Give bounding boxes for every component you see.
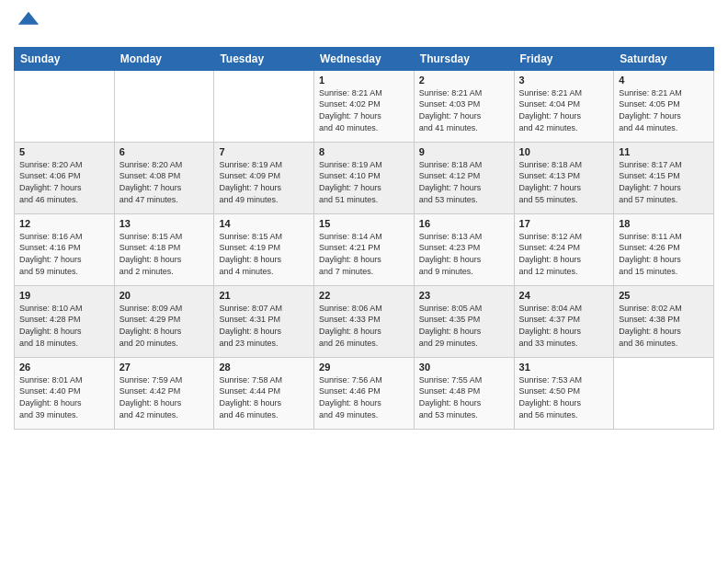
day-info: Sunrise: 8:02 AMSunset: 4:38 PMDaylight:… [619, 303, 709, 349]
calendar-cell: 1Sunrise: 8:21 AMSunset: 4:02 PMDaylight… [314, 70, 415, 142]
logo [14, 9, 41, 40]
calendar-cell: 17Sunrise: 8:12 AMSunset: 4:24 PMDayligh… [514, 213, 614, 285]
calendar-cell [114, 70, 214, 142]
day-number: 22 [319, 290, 409, 301]
calendar-cell: 22Sunrise: 8:06 AMSunset: 4:33 PMDayligh… [314, 285, 415, 357]
calendar-cell: 13Sunrise: 8:15 AMSunset: 4:18 PMDayligh… [114, 213, 214, 285]
calendar-cell: 16Sunrise: 8:13 AMSunset: 4:23 PMDayligh… [414, 213, 514, 285]
day-number: 15 [319, 218, 409, 229]
day-number: 9 [419, 146, 509, 157]
calendar-week-4: 19Sunrise: 8:10 AMSunset: 4:28 PMDayligh… [15, 285, 714, 357]
day-info: Sunrise: 8:07 AMSunset: 4:31 PMDaylight:… [219, 303, 309, 349]
day-info: Sunrise: 8:04 AMSunset: 4:37 PMDaylight:… [519, 303, 609, 349]
calendar-header-row: SundayMondayTuesdayWednesdayThursdayFrid… [15, 47, 714, 70]
calendar-header-monday: Monday [114, 47, 214, 70]
calendar-cell: 4Sunrise: 8:21 AMSunset: 4:05 PMDaylight… [614, 70, 714, 142]
calendar-cell: 31Sunrise: 7:53 AMSunset: 4:50 PMDayligh… [514, 357, 614, 429]
calendar-cell: 27Sunrise: 7:59 AMSunset: 4:42 PMDayligh… [114, 357, 214, 429]
day-number: 25 [619, 290, 709, 301]
day-info: Sunrise: 7:53 AMSunset: 4:50 PMDaylight:… [519, 374, 609, 420]
day-number: 19 [19, 290, 109, 301]
calendar-header-saturday: Saturday [614, 47, 714, 70]
day-info: Sunrise: 8:14 AMSunset: 4:21 PMDaylight:… [319, 231, 409, 277]
day-info: Sunrise: 7:55 AMSunset: 4:48 PMDaylight:… [419, 374, 509, 420]
calendar-cell: 10Sunrise: 8:18 AMSunset: 4:13 PMDayligh… [514, 142, 614, 213]
day-info: Sunrise: 8:10 AMSunset: 4:28 PMDaylight:… [19, 303, 109, 349]
day-number: 1 [319, 75, 409, 86]
calendar-cell: 28Sunrise: 7:58 AMSunset: 4:44 PMDayligh… [214, 357, 314, 429]
day-number: 17 [519, 218, 609, 229]
calendar-header-wednesday: Wednesday [314, 47, 415, 70]
day-number: 3 [519, 75, 609, 86]
day-number: 23 [419, 290, 509, 301]
day-info: Sunrise: 8:15 AMSunset: 4:19 PMDaylight:… [219, 231, 309, 277]
day-info: Sunrise: 8:18 AMSunset: 4:12 PMDaylight:… [419, 159, 509, 205]
main-container: SundayMondayTuesdayWednesdayThursdayFrid… [0, 0, 728, 434]
calendar-cell: 25Sunrise: 8:02 AMSunset: 4:38 PMDayligh… [614, 285, 714, 357]
calendar-cell: 11Sunrise: 8:17 AMSunset: 4:15 PMDayligh… [614, 142, 714, 213]
calendar-cell: 8Sunrise: 8:19 AMSunset: 4:10 PMDaylight… [314, 142, 415, 213]
calendar-week-2: 5Sunrise: 8:20 AMSunset: 4:06 PMDaylight… [15, 142, 714, 213]
calendar-cell: 12Sunrise: 8:16 AMSunset: 4:16 PMDayligh… [15, 213, 115, 285]
calendar-cell: 2Sunrise: 8:21 AMSunset: 4:03 PMDaylight… [414, 70, 514, 142]
calendar-cell: 15Sunrise: 8:14 AMSunset: 4:21 PMDayligh… [314, 213, 415, 285]
calendar-cell: 3Sunrise: 8:21 AMSunset: 4:04 PMDaylight… [514, 70, 614, 142]
day-number: 5 [19, 146, 109, 157]
day-info: Sunrise: 8:19 AMSunset: 4:09 PMDaylight:… [219, 159, 309, 205]
day-number: 7 [219, 146, 309, 157]
day-number: 14 [219, 218, 309, 229]
calendar-header-friday: Friday [514, 47, 614, 70]
calendar-cell: 6Sunrise: 8:20 AMSunset: 4:08 PMDaylight… [114, 142, 214, 213]
day-number: 12 [19, 218, 109, 229]
calendar-cell: 5Sunrise: 8:20 AMSunset: 4:06 PMDaylight… [15, 142, 115, 213]
calendar-cell [15, 70, 115, 142]
day-info: Sunrise: 8:06 AMSunset: 4:33 PMDaylight:… [319, 303, 409, 349]
calendar-header-thursday: Thursday [414, 47, 514, 70]
day-number: 2 [419, 75, 509, 86]
day-number: 21 [219, 290, 309, 301]
calendar-week-1: 1Sunrise: 8:21 AMSunset: 4:02 PMDaylight… [15, 70, 714, 142]
day-number: 30 [419, 362, 509, 373]
day-number: 24 [519, 290, 609, 301]
day-info: Sunrise: 8:21 AMSunset: 4:04 PMDaylight:… [519, 87, 609, 133]
day-number: 8 [319, 146, 409, 157]
day-info: Sunrise: 8:15 AMSunset: 4:18 PMDaylight:… [119, 231, 210, 277]
day-info: Sunrise: 8:11 AMSunset: 4:26 PMDaylight:… [619, 231, 709, 277]
day-number: 4 [619, 75, 709, 86]
calendar-cell: 26Sunrise: 8:01 AMSunset: 4:40 PMDayligh… [15, 357, 115, 429]
day-info: Sunrise: 8:13 AMSunset: 4:23 PMDaylight:… [419, 231, 509, 277]
day-number: 29 [319, 362, 409, 373]
calendar-cell: 20Sunrise: 8:09 AMSunset: 4:29 PMDayligh… [114, 285, 214, 357]
day-number: 10 [519, 146, 609, 157]
calendar-cell [614, 357, 714, 429]
day-number: 18 [619, 218, 709, 229]
day-info: Sunrise: 8:18 AMSunset: 4:13 PMDaylight:… [519, 159, 609, 205]
day-number: 26 [19, 362, 109, 373]
calendar-cell: 23Sunrise: 8:05 AMSunset: 4:35 PMDayligh… [414, 285, 514, 357]
calendar-week-5: 26Sunrise: 8:01 AMSunset: 4:40 PMDayligh… [15, 357, 714, 429]
calendar: SundayMondayTuesdayWednesdayThursdayFrid… [14, 47, 714, 430]
calendar-header-tuesday: Tuesday [214, 47, 314, 70]
calendar-cell: 21Sunrise: 8:07 AMSunset: 4:31 PMDayligh… [214, 285, 314, 357]
day-number: 13 [119, 218, 210, 229]
day-info: Sunrise: 8:01 AMSunset: 4:40 PMDaylight:… [19, 374, 109, 420]
day-number: 6 [119, 146, 210, 157]
day-number: 28 [219, 362, 309, 373]
day-info: Sunrise: 7:59 AMSunset: 4:42 PMDaylight:… [119, 374, 210, 420]
day-number: 31 [519, 362, 609, 373]
calendar-cell: 30Sunrise: 7:55 AMSunset: 4:48 PMDayligh… [414, 357, 514, 429]
day-info: Sunrise: 8:12 AMSunset: 4:24 PMDaylight:… [519, 231, 609, 277]
day-number: 20 [119, 290, 210, 301]
logo-icon [16, 9, 41, 35]
day-info: Sunrise: 8:09 AMSunset: 4:29 PMDaylight:… [119, 303, 210, 349]
day-number: 11 [619, 146, 709, 157]
calendar-cell: 7Sunrise: 8:19 AMSunset: 4:09 PMDaylight… [214, 142, 314, 213]
day-info: Sunrise: 7:58 AMSunset: 4:44 PMDaylight:… [219, 374, 309, 420]
day-number: 27 [119, 362, 210, 373]
calendar-header-sunday: Sunday [15, 47, 115, 70]
calendar-cell: 24Sunrise: 8:04 AMSunset: 4:37 PMDayligh… [514, 285, 614, 357]
day-info: Sunrise: 8:19 AMSunset: 4:10 PMDaylight:… [319, 159, 409, 205]
calendar-cell [214, 70, 314, 142]
calendar-cell: 9Sunrise: 8:18 AMSunset: 4:12 PMDaylight… [414, 142, 514, 213]
day-info: Sunrise: 8:16 AMSunset: 4:16 PMDaylight:… [19, 231, 109, 277]
